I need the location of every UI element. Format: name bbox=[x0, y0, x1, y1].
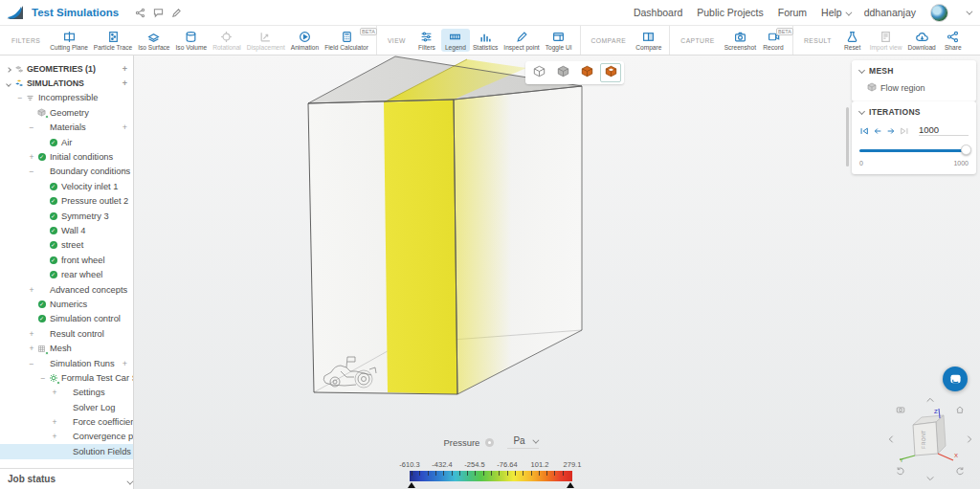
tree-item-simulation-control[interactable]: ✓ Simulation control bbox=[0, 312, 133, 326]
tree-expander[interactable]: + bbox=[50, 432, 59, 441]
edit-pencil-icon[interactable] bbox=[167, 8, 186, 18]
toolbar-item-field-calculator[interactable]: Field Calculator BETA bbox=[322, 29, 371, 52]
add-item-button[interactable]: + bbox=[122, 359, 127, 368]
tree-item-geometry[interactable]: Geometry bbox=[0, 105, 133, 120]
toolbar-item-inspect-point[interactable]: Inspect point bbox=[501, 29, 542, 52]
toolbar-item-iso-volume[interactable]: Iso Volume bbox=[173, 29, 211, 52]
tree-item-formula-test-car-s[interactable]: − Formula Test Car S... bbox=[0, 370, 133, 385]
chat-support-button[interactable] bbox=[943, 367, 968, 391]
step-forward-icon[interactable] bbox=[886, 126, 896, 136]
step-back-icon[interactable] bbox=[873, 126, 882, 136]
rotate-right-icon[interactable] bbox=[965, 434, 974, 444]
toolbar-item-displacement[interactable]: Displacement bbox=[244, 29, 288, 52]
toolbar-item-cutting-plane[interactable]: Cutting Plane bbox=[47, 29, 91, 52]
nav-forum[interactable]: Forum bbox=[778, 7, 807, 18]
tree-item-velocity-inlet-1[interactable]: ✓ Velocity inlet 1 bbox=[0, 179, 133, 193]
rotate-left-icon[interactable] bbox=[886, 434, 896, 444]
skip-to-last-icon[interactable] bbox=[900, 126, 909, 136]
tree-item-wall-4[interactable]: ✓ Wall 4 bbox=[0, 223, 133, 237]
tree-item-pressure-outlet-2[interactable]: ✓ Pressure outlet 2 bbox=[0, 194, 133, 209]
legend-unit-dropdown[interactable]: Pa bbox=[507, 435, 538, 449]
tree-expander[interactable]: − bbox=[27, 122, 36, 132]
tree-expander[interactable]: − bbox=[27, 359, 36, 368]
tree-item-initial-conditions[interactable]: + ✓ Initial conditions bbox=[0, 149, 133, 164]
tree-expander[interactable]: − bbox=[15, 93, 25, 102]
cutting-plane-surface[interactable] bbox=[384, 100, 457, 394]
legend-min-handle[interactable] bbox=[408, 482, 415, 488]
tree-item-geometries-1[interactable]: GEOMETRIES (1) + bbox=[0, 61, 133, 76]
tree-expander[interactable]: + bbox=[50, 388, 59, 397]
slider-knob[interactable] bbox=[961, 144, 971, 155]
toolbar-item-filters[interactable]: Filters bbox=[412, 29, 441, 52]
toolbar-item-import-view[interactable]: Import view bbox=[867, 29, 905, 52]
tree-item-numerics[interactable]: ✓ Numerics bbox=[0, 297, 133, 311]
add-item-button[interactable]: + bbox=[122, 78, 127, 88]
tree-item-settings[interactable]: + Settings bbox=[0, 386, 133, 400]
car-model-sketch[interactable] bbox=[323, 357, 376, 388]
toolbar-item-rotational[interactable]: Rotational bbox=[210, 29, 244, 52]
tree-item-convergence-plots[interactable]: + Convergence plots bbox=[0, 430, 133, 444]
tree-item-incompressible[interactable]: − Incompressible bbox=[0, 91, 133, 105]
tree-expander[interactable] bbox=[4, 78, 13, 88]
toolbar-item-animation[interactable]: Animation bbox=[288, 29, 322, 52]
rotate-down-icon[interactable] bbox=[925, 474, 935, 483]
viewport-3d[interactable]: MESH Flow region ITERATIONS bbox=[134, 56, 980, 489]
tree-item-force-coefficients[interactable]: + Force coefficients ... bbox=[0, 414, 133, 429]
navigation-cube[interactable]: FRONT Z X Y bbox=[900, 408, 961, 475]
toolbar-item-iso-surface[interactable]: Iso Surface bbox=[135, 29, 172, 52]
iteration-value-input[interactable] bbox=[919, 124, 969, 136]
comment-icon[interactable] bbox=[149, 8, 167, 18]
toolbar-item-statistics[interactable]: Statistics bbox=[470, 29, 501, 52]
skip-to-first-icon[interactable] bbox=[859, 126, 869, 136]
tree-item-simulations[interactable]: SIMULATIONS + bbox=[0, 76, 133, 90]
tree-expander[interactable]: − bbox=[38, 373, 48, 383]
render-mode-section-button[interactable] bbox=[600, 63, 621, 82]
render-mode-surface-button[interactable] bbox=[552, 63, 573, 82]
tree-expander[interactable]: + bbox=[27, 152, 36, 162]
tree-item-rear-wheel[interactable]: ✓ rear wheel bbox=[0, 267, 133, 281]
tree-item-mesh[interactable]: + Mesh bbox=[0, 341, 133, 355]
toolbar-item-toggle-ui[interactable]: Toggle UI bbox=[543, 29, 575, 52]
nav-dashboard[interactable]: Dashboard bbox=[634, 7, 682, 18]
legend-field-label[interactable]: Pressure bbox=[443, 437, 479, 448]
toolbar-item-download[interactable]: Download bbox=[904, 29, 938, 52]
tree-expander[interactable] bbox=[4, 64, 13, 74]
tree-item-boundary-conditions[interactable]: − Boundary conditions + bbox=[0, 165, 133, 179]
tree-expander[interactable]: + bbox=[27, 344, 36, 353]
add-item-button[interactable]: + bbox=[122, 167, 127, 176]
tree-item-air[interactable]: ✓ Air bbox=[0, 135, 133, 149]
tree-item-street[interactable]: ✓ street bbox=[0, 238, 133, 253]
toolbar-item-reset[interactable]: Reset bbox=[838, 29, 867, 52]
tree-item-front-wheel[interactable]: ✓ front wheel bbox=[0, 253, 133, 267]
render-mode-solid-button[interactable] bbox=[576, 63, 597, 82]
avatar[interactable] bbox=[930, 4, 948, 22]
mesh-flow-region-item[interactable]: Flow region bbox=[867, 82, 969, 94]
tree-item-solver-log[interactable]: Solver Log bbox=[0, 400, 133, 414]
app-logo-icon[interactable] bbox=[6, 5, 25, 21]
panel-scrollbar[interactable] bbox=[846, 107, 849, 167]
toolbar-item-particle-trace[interactable]: Particle Trace bbox=[91, 29, 135, 52]
tree-expander[interactable]: + bbox=[27, 285, 36, 295]
toolbar-item-compare[interactable]: Compare bbox=[633, 29, 664, 52]
nav-public-projects[interactable]: Public Projects bbox=[697, 7, 763, 18]
tree-item-result-control[interactable]: + Result control bbox=[0, 326, 133, 341]
share-project-icon[interactable] bbox=[131, 8, 149, 18]
tree-item-simulation-runs[interactable]: − Simulation Runs + bbox=[0, 356, 133, 370]
tree-expander[interactable]: + bbox=[50, 417, 59, 427]
rotate-up-icon[interactable] bbox=[925, 395, 935, 405]
tree-expander[interactable]: + bbox=[27, 329, 36, 339]
toolbar-item-screenshot[interactable]: Screenshot bbox=[722, 29, 759, 52]
add-item-button[interactable]: + bbox=[122, 64, 127, 74]
iterations-slider[interactable] bbox=[859, 145, 969, 156]
toolbar-item-record[interactable]: Record BETA bbox=[759, 29, 788, 52]
legend-max-handle[interactable] bbox=[567, 482, 574, 488]
job-status-bar[interactable]: Job status bbox=[0, 468, 133, 489]
add-item-button[interactable]: + bbox=[122, 122, 127, 132]
tree-expander[interactable]: − bbox=[27, 167, 36, 176]
render-mode-wireframe-button[interactable] bbox=[528, 63, 549, 82]
tree-item-materials[interactable]: − Materials + bbox=[0, 121, 133, 135]
tree-item-advanced-concepts[interactable]: + Advanced concepts bbox=[0, 282, 133, 297]
toolbar-item-share[interactable]: Share bbox=[939, 29, 968, 52]
tree-item-symmetry-3[interactable]: ✓ Symmetry 3 bbox=[0, 209, 133, 223]
mesh-panel-header[interactable]: MESH bbox=[859, 66, 969, 76]
